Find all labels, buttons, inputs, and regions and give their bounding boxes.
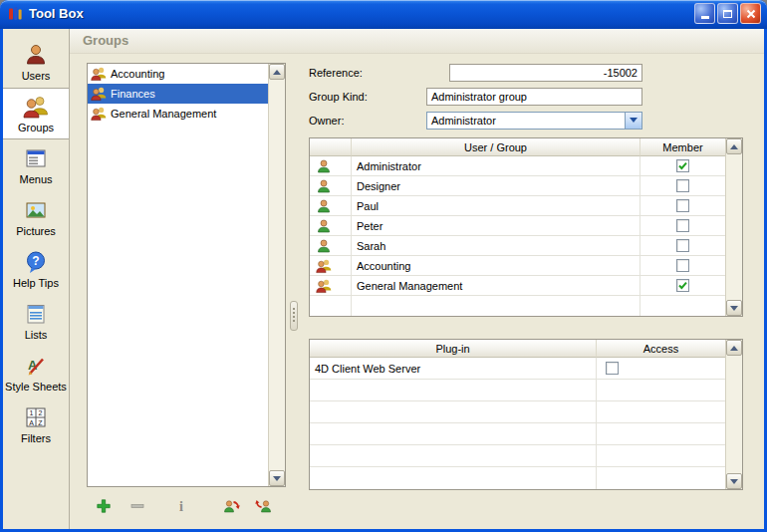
member-checkbox[interactable]: [676, 279, 689, 292]
member-checkbox[interactable]: [676, 179, 689, 192]
scroll-up-button[interactable]: [726, 340, 742, 356]
group-icon: [91, 66, 107, 82]
plugins-table-scrollbar[interactable]: [725, 340, 742, 489]
sidebar-item-filters[interactable]: 12AZFilters: [3, 399, 69, 450]
member-type-cell: [310, 276, 352, 295]
svg-text:i: i: [179, 499, 183, 514]
titlebar[interactable]: Tool Box: [0, 0, 767, 29]
page-header: Groups: [70, 29, 764, 54]
sidebar-item-menus[interactable]: Menus: [3, 139, 69, 191]
plugin-empty-row: [310, 401, 725, 423]
close-button[interactable]: [740, 3, 761, 24]
groups-list[interactable]: AccountingFinancesGeneral Management: [87, 63, 286, 487]
remove-icon: [129, 498, 145, 514]
groups-pane: AccountingFinancesGeneral Management i: [87, 63, 286, 517]
member-checkbox[interactable]: [676, 159, 689, 172]
member-cell: [640, 236, 725, 255]
splitter-grip[interactable]: [290, 301, 298, 331]
sidebar-item-groups[interactable]: Groups: [3, 88, 69, 139]
member-row[interactable]: General Management: [310, 276, 725, 296]
member-cell: [640, 176, 725, 195]
member-type-cell: [310, 176, 352, 195]
empty-cell: [310, 423, 597, 444]
style-sheets-icon: A: [23, 353, 49, 379]
icon-column-header: [310, 138, 352, 156]
member-type-cell: [310, 256, 352, 275]
sidebar-item-users[interactable]: Users: [3, 36, 69, 88]
member-column-header: Member: [640, 138, 725, 156]
member-checkbox[interactable]: [676, 219, 689, 232]
svg-text:2: 2: [39, 409, 43, 416]
export-users-button[interactable]: [252, 496, 274, 516]
group-list-item[interactable]: Accounting: [88, 64, 268, 84]
group-list-item[interactable]: General Management: [88, 104, 268, 124]
member-row[interactable]: Sarah: [310, 236, 725, 256]
main-panel: Groups AccountingFinancesGeneral Managem…: [70, 29, 764, 529]
add-icon: [96, 498, 112, 514]
member-row[interactable]: Administrator: [310, 156, 725, 176]
group-list-item[interactable]: Finances: [88, 84, 268, 104]
members-table: User / Group Member AdministratorDesigne…: [309, 137, 743, 317]
combo-dropdown-button[interactable]: [625, 113, 641, 129]
owner-value: Administrator: [427, 115, 625, 127]
member-checkbox[interactable]: [676, 239, 689, 252]
member-name: Sarah: [352, 236, 640, 255]
sidebar-item-pictures[interactable]: Pictures: [3, 191, 69, 243]
group-icon: [91, 86, 107, 102]
access-cell: [597, 358, 725, 379]
member-empty-row: [310, 296, 725, 316]
access-checkbox[interactable]: [606, 362, 619, 375]
member-row[interactable]: Accounting: [310, 256, 725, 276]
plugin-row[interactable]: 4D Client Web Server: [310, 358, 725, 380]
user-icon: [316, 158, 332, 174]
member-type-cell: [310, 216, 352, 235]
user-icon: [316, 218, 332, 234]
member-row[interactable]: Designer: [310, 176, 725, 196]
import-users-button[interactable]: [220, 496, 242, 516]
maximize-button[interactable]: [717, 3, 738, 24]
owner-label: Owner:: [309, 115, 426, 127]
member-checkbox[interactable]: [676, 199, 689, 212]
export-icon: [254, 498, 273, 515]
sidebar-item-label: Lists: [25, 330, 48, 341]
import-icon: [222, 498, 241, 515]
members-table-scrollbar[interactable]: [725, 138, 742, 316]
scroll-down-button[interactable]: [726, 473, 742, 489]
scroll-down-button[interactable]: [726, 300, 742, 316]
add-group-button[interactable]: [93, 496, 115, 516]
groups-icon: [23, 94, 49, 120]
member-cell: [640, 276, 725, 295]
owner-select[interactable]: Administrator: [426, 112, 642, 130]
groups-list-scrollbar[interactable]: [268, 64, 285, 486]
members-table-header: User / Group Member: [310, 138, 725, 156]
scroll-up-button[interactable]: [726, 138, 742, 154]
toolbox-window: Tool Box UsersGroupsMenusPictures?Help T…: [0, 0, 767, 532]
access-column-header: Access: [597, 340, 725, 358]
svg-text:A: A: [29, 419, 34, 426]
pictures-icon: [23, 197, 49, 223]
member-checkbox[interactable]: [676, 259, 689, 272]
group-icon: [316, 258, 332, 274]
sidebar-item-style-sheets[interactable]: AStyle Sheets: [3, 347, 69, 399]
minimize-button[interactable]: [694, 3, 715, 24]
remove-group-button[interactable]: [127, 496, 148, 516]
member-name: Peter: [352, 216, 640, 235]
content-area: AccountingFinancesGeneral Management i R…: [70, 54, 764, 529]
scroll-up-button[interactable]: [269, 64, 285, 80]
empty-cell: [352, 296, 640, 316]
empty-cell: [310, 401, 597, 422]
reference-label: Reference:: [309, 67, 426, 79]
group-kind-field[interactable]: Administrator group: [426, 88, 642, 106]
user-icon: [316, 178, 332, 194]
window-title: Tool Box: [29, 6, 694, 21]
group-name: Finances: [111, 88, 155, 100]
info-button[interactable]: i: [170, 496, 192, 516]
sidebar-item-lists[interactable]: Lists: [3, 295, 69, 347]
member-row[interactable]: Paul: [310, 196, 725, 216]
member-row[interactable]: Peter: [310, 216, 725, 236]
sidebar-item-help-tips[interactable]: ?Help Tips: [3, 243, 69, 295]
reference-field[interactable]: -15002: [449, 64, 642, 82]
empty-cell: [310, 467, 597, 489]
group-icon: [91, 106, 107, 122]
scroll-down-button[interactable]: [269, 470, 285, 486]
